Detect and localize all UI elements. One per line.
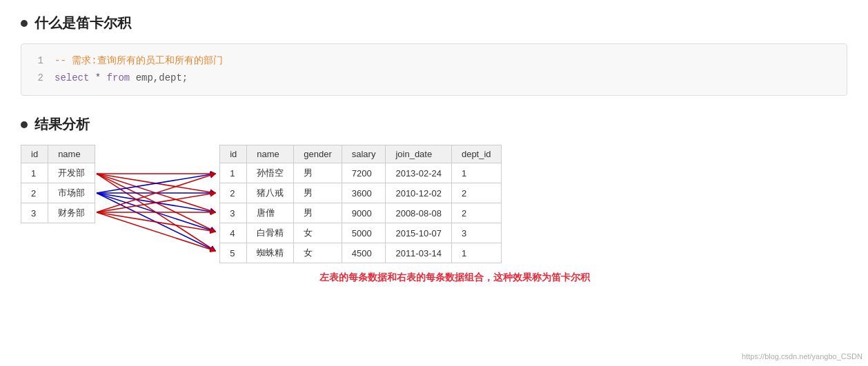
cell: 市场部	[48, 183, 95, 203]
cell: 2010-12-02	[386, 183, 452, 203]
svg-line-14	[97, 212, 215, 251]
left-col-id: id	[21, 145, 48, 163]
keyword-select: select	[55, 72, 89, 83]
line-num-1: 1	[32, 52, 43, 70]
cell: 2008-08-08	[386, 203, 452, 223]
caption: 左表的每条数据和右表的每条数据组合，这种效果称为笛卡尔积	[62, 272, 847, 284]
cell: 2015-10-07	[386, 223, 452, 243]
cell: 女	[294, 243, 342, 263]
cell: 4	[220, 223, 247, 243]
code-line-2: 2 select * from emp,dept;	[32, 70, 836, 87]
cell: 2013-02-24	[386, 163, 452, 183]
code-star: *	[95, 72, 107, 83]
arrows-svg	[95, 145, 219, 255]
cell: 财务部	[48, 203, 95, 223]
cell: 4500	[342, 243, 386, 263]
cell: 蜘蛛精	[247, 243, 294, 263]
right-col-name: name	[247, 145, 294, 163]
table-row: 3 财务部	[21, 203, 95, 223]
cell: 1	[220, 163, 247, 183]
section2-title: 结果分析	[21, 115, 847, 134]
right-col-id: id	[220, 145, 247, 163]
line-num-2: 2	[32, 70, 43, 87]
cell: 3	[451, 223, 501, 243]
cell: 开发部	[48, 163, 95, 183]
cell: 1	[451, 163, 501, 183]
cell: 9000	[342, 203, 386, 223]
code-block: 1 -- 需求:查询所有的员工和所有的部门 2 select * from em…	[21, 43, 847, 96]
table-row: 1 孙悟空 男 7200 2013-02-24 1	[220, 163, 501, 183]
cell: 1	[451, 243, 501, 263]
cell: 猪八戒	[247, 183, 294, 203]
keyword-from: from	[107, 72, 130, 83]
code-line-1: 1 -- 需求:查询所有的员工和所有的部门	[32, 52, 836, 70]
table-row: 1 开发部	[21, 163, 95, 183]
table-row: 5 蜘蛛精 女 4500 2011-03-14 1	[220, 243, 501, 263]
section-analysis: 结果分析 id name 1 开发部 2 市场部 3	[21, 115, 847, 284]
left-table: id name 1 开发部 2 市场部 3 财务部	[21, 145, 95, 223]
cell: 3600	[342, 183, 386, 203]
svg-line-13	[97, 212, 215, 232]
bullet-icon	[21, 20, 28, 27]
cell: 2	[220, 183, 247, 203]
right-table: id name gender salary join_date dept_id …	[219, 145, 501, 263]
cell: 2	[21, 183, 48, 203]
bullet-icon-2	[21, 121, 28, 128]
cell: 3	[220, 203, 247, 223]
cell: 女	[294, 223, 342, 243]
cell: 2011-03-14	[386, 243, 452, 263]
section1-title: 什么是笛卡尔积	[21, 14, 847, 32]
cell: 5	[220, 243, 247, 263]
right-col-gender: gender	[294, 145, 342, 163]
cell: 白骨精	[247, 223, 294, 243]
cell: 5000	[342, 223, 386, 243]
cell: 7200	[342, 163, 386, 183]
arrow-area	[95, 145, 219, 255]
cell: 男	[294, 203, 342, 223]
right-col-join-date: join_date	[386, 145, 452, 163]
section-cartesian: 什么是笛卡尔积 1 -- 需求:查询所有的员工和所有的部门 2 select *…	[21, 14, 847, 96]
tables-container: id name 1 开发部 2 市场部 3 财务部	[21, 145, 847, 263]
table-row: 2 市场部	[21, 183, 95, 203]
code-tables: emp,dept;	[136, 72, 188, 83]
left-col-name: name	[48, 145, 95, 163]
table-row: 3 唐僧 男 9000 2008-08-08 2	[220, 203, 501, 223]
right-col-dept-id: dept_id	[451, 145, 501, 163]
table-row: 2 猪八戒 男 3600 2010-12-02 2	[220, 183, 501, 203]
table-row: 4 白骨精 女 5000 2015-10-07 3	[220, 223, 501, 243]
code-comment: -- 需求:查询所有的员工和所有的部门	[55, 52, 223, 70]
cell: 孙悟空	[247, 163, 294, 183]
cell: 唐僧	[247, 203, 294, 223]
code-line2-content: select * from emp,dept;	[55, 70, 188, 87]
cell: 男	[294, 183, 342, 203]
cell: 2	[451, 183, 501, 203]
cell: 1	[21, 163, 48, 183]
cell: 3	[21, 203, 48, 223]
cell: 男	[294, 163, 342, 183]
cell: 2	[451, 203, 501, 223]
right-col-salary: salary	[342, 145, 386, 163]
